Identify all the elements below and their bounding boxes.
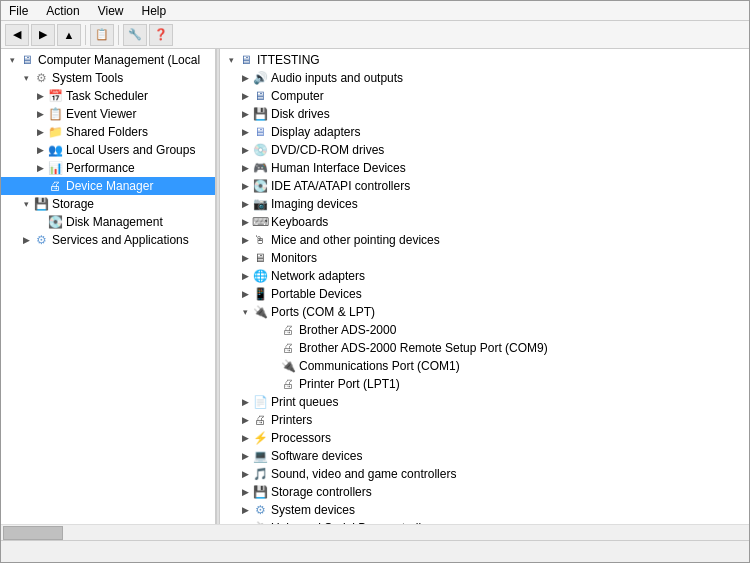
- expand-icon[interactable]: ▶: [238, 107, 252, 121]
- expand-icon[interactable]: ▶: [33, 125, 47, 139]
- tree-item-storage-ctrl[interactable]: ▶ 💾 Storage controllers: [220, 483, 749, 501]
- up-button[interactable]: ▲: [57, 24, 81, 46]
- show-hide-button[interactable]: 📋: [90, 24, 114, 46]
- tree-item-task-scheduler[interactable]: ▶ 📅 Task Scheduler: [1, 87, 215, 105]
- expand-icon[interactable]: ▶: [238, 89, 252, 103]
- menu-view[interactable]: View: [94, 3, 128, 19]
- toolbar-separator: [85, 25, 86, 45]
- expand-icon[interactable]: ▶: [238, 503, 252, 517]
- computer-mgmt-icon: 🖥: [19, 52, 35, 68]
- tree-item-sound[interactable]: ▶ 🎵 Sound, video and game controllers: [220, 465, 749, 483]
- expand-icon[interactable]: ▶: [238, 251, 252, 265]
- expand-icon[interactable]: ▶: [33, 107, 47, 121]
- expand-icon[interactable]: ▶: [238, 485, 252, 499]
- tree-item-mice[interactable]: ▶ 🖱 Mice and other pointing devices: [220, 231, 749, 249]
- portable-label: Portable Devices: [271, 285, 362, 303]
- tree-item-disk-management[interactable]: 💽 Disk Management: [1, 213, 215, 231]
- expand-icon[interactable]: ▶: [33, 161, 47, 175]
- tree-item-display-adapters[interactable]: ▶ 🖥 Display adapters: [220, 123, 749, 141]
- hid-label: Human Interface Devices: [271, 159, 406, 177]
- disk-management-label: Disk Management: [66, 213, 163, 231]
- display-adapters-label: Display adapters: [271, 123, 360, 141]
- comm-port-icon: 🔌: [280, 358, 296, 374]
- left-panel[interactable]: ▾ 🖥 Computer Management (Local ▾ ⚙ Syste…: [1, 49, 216, 524]
- right-panel[interactable]: ▾ 🖥 ITTESTING ▶ 🔊 Audio inputs and outpu…: [220, 49, 749, 524]
- expand-icon[interactable]: ▾: [19, 197, 33, 211]
- tree-item-keyboards[interactable]: ▶ ⌨ Keyboards: [220, 213, 749, 231]
- tree-item-services-apps[interactable]: ▶ ⚙ Services and Applications: [1, 231, 215, 249]
- tree-item-ide[interactable]: ▶ 💽 IDE ATA/ATAPI controllers: [220, 177, 749, 195]
- tree-item-local-users[interactable]: ▶ 👥 Local Users and Groups: [1, 141, 215, 159]
- tree-item-disk-drives[interactable]: ▶ 💾 Disk drives: [220, 105, 749, 123]
- tree-item-processors[interactable]: ▶ ⚡ Processors: [220, 429, 749, 447]
- tree-item-hid[interactable]: ▶ 🎮 Human Interface Devices: [220, 159, 749, 177]
- tree-item-software-devices[interactable]: ▶ 💻 Software devices: [220, 447, 749, 465]
- tree-item-printer-port[interactable]: 🖨 Printer Port (LPT1): [220, 375, 749, 393]
- expand-icon[interactable]: ▶: [238, 449, 252, 463]
- tree-item-imaging[interactable]: ▶ 📷 Imaging devices: [220, 195, 749, 213]
- menu-file[interactable]: File: [5, 3, 32, 19]
- back-button[interactable]: ◀: [5, 24, 29, 46]
- keyboards-label: Keyboards: [271, 213, 328, 231]
- forward-button[interactable]: ▶: [31, 24, 55, 46]
- tree-item-ports[interactable]: ▾ 🔌 Ports (COM & LPT): [220, 303, 749, 321]
- ide-label: IDE ATA/ATAPI controllers: [271, 177, 410, 195]
- tree-item-comm-port[interactable]: 🔌 Communications Port (COM1): [220, 357, 749, 375]
- expand-icon[interactable]: ▾: [238, 305, 252, 319]
- properties-button[interactable]: 🔧: [123, 24, 147, 46]
- storage-ctrl-label: Storage controllers: [271, 483, 372, 501]
- tree-item-device-manager[interactable]: 🖨 Device Manager: [1, 177, 215, 195]
- task-scheduler-label: Task Scheduler: [66, 87, 148, 105]
- tree-item-brother-ads[interactable]: 🖨 Brother ADS-2000: [220, 321, 749, 339]
- tree-item-portable[interactable]: ▶ 📱 Portable Devices: [220, 285, 749, 303]
- expand-icon[interactable]: ▶: [238, 395, 252, 409]
- expand-icon[interactable]: ▶: [238, 467, 252, 481]
- tree-item-computer[interactable]: ▶ 🖥 Computer: [220, 87, 749, 105]
- tree-item-computer-mgmt[interactable]: ▾ 🖥 Computer Management (Local: [1, 51, 215, 69]
- expand-icon[interactable]: ▶: [238, 233, 252, 247]
- scrollbar-thumb[interactable]: [3, 526, 63, 540]
- ittesting-label: ITTESTING: [257, 51, 320, 69]
- expand-icon[interactable]: ▶: [238, 179, 252, 193]
- display-adapters-icon: 🖥: [252, 124, 268, 140]
- menu-action[interactable]: Action: [42, 3, 83, 19]
- tree-item-print-queues[interactable]: ▶ 📄 Print queues: [220, 393, 749, 411]
- help-button[interactable]: ❓: [149, 24, 173, 46]
- software-devices-icon: 💻: [252, 448, 268, 464]
- expand-icon[interactable]: ▶: [238, 269, 252, 283]
- tree-item-monitors[interactable]: ▶ 🖥 Monitors: [220, 249, 749, 267]
- menu-help[interactable]: Help: [138, 3, 171, 19]
- tree-item-storage[interactable]: ▾ 💾 Storage: [1, 195, 215, 213]
- expand-icon[interactable]: ▶: [238, 197, 252, 211]
- tree-item-event-viewer[interactable]: ▶ 📋 Event Viewer: [1, 105, 215, 123]
- tree-item-audio[interactable]: ▶ 🔊 Audio inputs and outputs: [220, 69, 749, 87]
- horizontal-scrollbar[interactable]: [1, 524, 749, 540]
- tree-item-printers[interactable]: ▶ 🖨 Printers: [220, 411, 749, 429]
- expand-icon[interactable]: ▶: [238, 143, 252, 157]
- storage-label: Storage: [52, 195, 94, 213]
- expand-icon[interactable]: ▶: [33, 143, 47, 157]
- expand-icon[interactable]: ▾: [5, 53, 19, 67]
- expand-icon[interactable]: ▶: [238, 431, 252, 445]
- tree-item-brother-remote[interactable]: 🖨 Brother ADS-2000 Remote Setup Port (CO…: [220, 339, 749, 357]
- expand-icon[interactable]: ▶: [33, 89, 47, 103]
- expand-icon[interactable]: ▶: [238, 215, 252, 229]
- tree-item-shared-folders[interactable]: ▶ 📁 Shared Folders: [1, 123, 215, 141]
- tree-item-system-devices[interactable]: ▶ ⚙ System devices: [220, 501, 749, 519]
- expand-icon[interactable]: ▾: [224, 53, 238, 67]
- expand-icon[interactable]: ▶: [19, 233, 33, 247]
- tree-item-network-adapters[interactable]: ▶ 🌐 Network adapters: [220, 267, 749, 285]
- tree-item-performance[interactable]: ▶ 📊 Performance: [1, 159, 215, 177]
- tree-item-system-tools[interactable]: ▾ ⚙ System Tools: [1, 69, 215, 87]
- shared-folders-label: Shared Folders: [66, 123, 148, 141]
- expand-icon[interactable]: ▾: [19, 71, 33, 85]
- expand-icon[interactable]: ▶: [238, 125, 252, 139]
- expand-icon[interactable]: ▶: [238, 287, 252, 301]
- mice-icon: 🖱: [252, 232, 268, 248]
- storage-icon: 💾: [33, 196, 49, 212]
- tree-item-ittesting[interactable]: ▾ 🖥 ITTESTING: [220, 51, 749, 69]
- tree-item-dvd[interactable]: ▶ 💿 DVD/CD-ROM drives: [220, 141, 749, 159]
- expand-icon[interactable]: ▶: [238, 161, 252, 175]
- expand-icon[interactable]: ▶: [238, 413, 252, 427]
- expand-icon[interactable]: ▶: [238, 71, 252, 85]
